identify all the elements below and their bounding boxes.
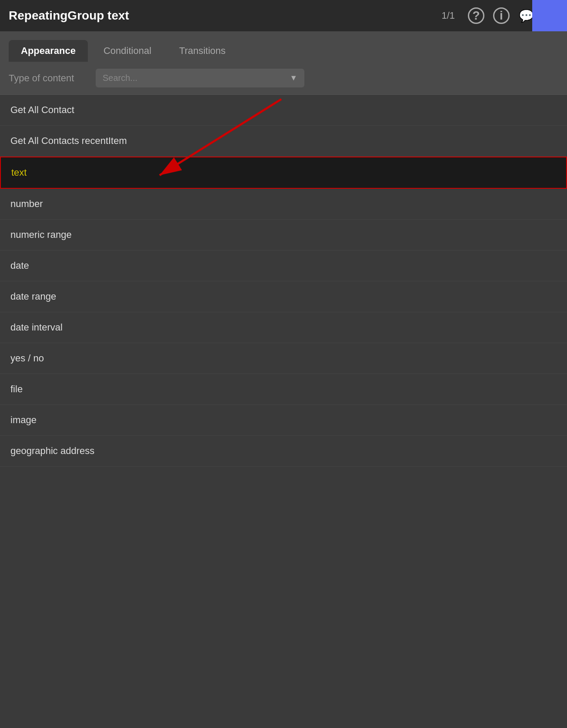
dropdown-item-file[interactable]: file xyxy=(0,374,567,405)
dropdown-item-geographic-address[interactable]: geographic address xyxy=(0,436,567,467)
help-icon[interactable]: ? xyxy=(468,7,484,24)
dropdown-item-numeric-range[interactable]: numeric range xyxy=(0,220,567,250)
comment-icon[interactable]: 💬 xyxy=(518,8,534,23)
title-bar: RepeatingGroup text 1/1 ? i 💬 ✕ xyxy=(0,0,567,31)
dropdown-item-text[interactable]: text xyxy=(0,157,567,189)
annotation-container: Get All Contact Get All Contacts recentI… xyxy=(0,95,567,467)
type-of-content-label: Type of content xyxy=(9,73,87,84)
tab-conditional[interactable]: Conditional xyxy=(91,40,163,62)
dropdown-item-get-all-contacts-recent[interactable]: Get All Contacts recentItem xyxy=(0,126,567,157)
tab-appearance[interactable]: Appearance xyxy=(9,40,88,62)
dropdown-item-get-all-contact[interactable]: Get All Contact xyxy=(0,95,567,126)
search-row: Type of content Search... ▼ xyxy=(0,62,567,95)
dropdown-item-number[interactable]: number xyxy=(0,189,567,220)
dropdown-item-yes-no[interactable]: yes / no xyxy=(0,343,567,374)
blue-accent-bar xyxy=(532,0,567,31)
dropdown-item-date-interval[interactable]: date interval xyxy=(0,312,567,343)
dropdown-item-image[interactable]: image xyxy=(0,405,567,436)
dropdown-list: Get All Contact Get All Contacts recentI… xyxy=(0,95,567,467)
dropdown-item-date[interactable]: date xyxy=(0,250,567,281)
dropdown-item-date-range[interactable]: date range xyxy=(0,281,567,312)
dropdown-arrow-icon: ▼ xyxy=(290,73,297,83)
tab-transitions[interactable]: Transitions xyxy=(167,40,238,62)
window-title: RepeatingGroup text xyxy=(9,9,441,23)
search-placeholder: Search... xyxy=(103,73,137,83)
tab-bar: Appearance Conditional Transitions xyxy=(0,31,567,62)
search-dropdown[interactable]: Search... ▼ xyxy=(96,69,304,87)
page-indicator: 1/1 xyxy=(441,10,455,21)
info-icon[interactable]: i xyxy=(493,7,510,24)
